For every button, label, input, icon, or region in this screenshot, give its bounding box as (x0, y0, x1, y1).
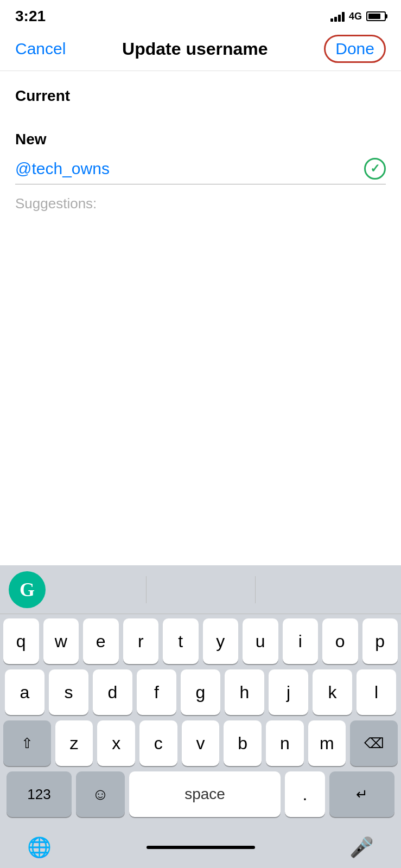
valid-icon: ✓ (364, 158, 386, 180)
key-w[interactable]: w (43, 618, 79, 664)
status-time: 3:21 (15, 8, 46, 25)
toolbar-dividers (0, 576, 401, 603)
key-q[interactable]: q (3, 618, 39, 664)
key-c[interactable]: c (139, 720, 177, 766)
key-b[interactable]: b (224, 720, 262, 766)
globe-icon[interactable]: 🌐 (27, 836, 52, 859)
keyboard: G q w e r t y u i o p a s d f g h (0, 565, 401, 868)
key-row-1: q w e r t y u i o p (3, 618, 398, 664)
key-v[interactable]: v (182, 720, 220, 766)
key-r[interactable]: r (123, 618, 159, 664)
key-row-3: ⇧ z x c v b n m ⌫ (3, 720, 398, 766)
key-row-4: 123 ☺ space . ↵ (3, 771, 398, 817)
new-section: New ✓ Suggestions: (15, 131, 386, 212)
numbers-key[interactable]: 123 (7, 771, 72, 817)
current-label: Current (15, 87, 386, 105)
signal-bars-icon (330, 11, 345, 22)
status-bar: 3:21 4G (0, 0, 401, 29)
space-key[interactable]: space (129, 771, 281, 817)
key-a[interactable]: a (5, 669, 44, 715)
battery-fill (368, 14, 380, 19)
key-row-2: a s d f g h j k l (3, 669, 398, 715)
toolbar-divider-1 (146, 576, 147, 603)
key-y[interactable]: y (203, 618, 239, 664)
emoji-key[interactable]: ☺ (76, 771, 125, 817)
key-k[interactable]: k (313, 669, 352, 715)
home-indicator (147, 846, 255, 849)
key-s[interactable]: s (49, 669, 88, 715)
key-x[interactable]: x (97, 720, 135, 766)
key-n[interactable]: n (266, 720, 304, 766)
status-icons: 4G (330, 11, 386, 22)
new-input-wrapper: ✓ (15, 158, 386, 184)
username-input[interactable] (15, 159, 364, 178)
key-p[interactable]: p (362, 618, 398, 664)
keyboard-bottom-bar: 🌐 🎤 (0, 825, 401, 868)
return-key[interactable]: ↵ (329, 771, 394, 817)
key-i[interactable]: i (283, 618, 319, 664)
new-label: New (15, 131, 386, 148)
network-type-label: 4G (349, 11, 362, 22)
key-l[interactable]: l (357, 669, 396, 715)
done-button[interactable]: Done (324, 35, 386, 63)
key-t[interactable]: t (163, 618, 199, 664)
cancel-button[interactable]: Cancel (15, 40, 66, 58)
key-g[interactable]: g (181, 669, 220, 715)
checkmark-icon: ✓ (370, 162, 380, 176)
key-f[interactable]: f (137, 669, 176, 715)
form-content: Current New ✓ Suggestions: (0, 71, 401, 212)
period-key[interactable]: . (285, 771, 325, 817)
shift-key[interactable]: ⇧ (3, 720, 51, 766)
keyboard-keys: q w e r t y u i o p a s d f g h j k l ⇧ … (0, 614, 401, 825)
page-title: Update username (122, 39, 268, 59)
key-h[interactable]: h (225, 669, 264, 715)
key-j[interactable]: j (269, 669, 308, 715)
keyboard-toolbar: G (0, 565, 401, 614)
key-z[interactable]: z (55, 720, 93, 766)
nav-bar: Cancel Update username Done (0, 29, 401, 71)
key-m[interactable]: m (308, 720, 346, 766)
microphone-icon[interactable]: 🎤 (349, 836, 374, 859)
delete-key[interactable]: ⌫ (350, 720, 398, 766)
key-e[interactable]: e (83, 618, 119, 664)
current-section: Current (15, 87, 386, 114)
key-d[interactable]: d (93, 669, 132, 715)
battery-icon (366, 11, 386, 21)
key-u[interactable]: u (243, 618, 278, 664)
key-o[interactable]: o (322, 618, 358, 664)
suggestions-label: Suggestions: (15, 195, 386, 212)
toolbar-divider-2 (255, 576, 256, 603)
